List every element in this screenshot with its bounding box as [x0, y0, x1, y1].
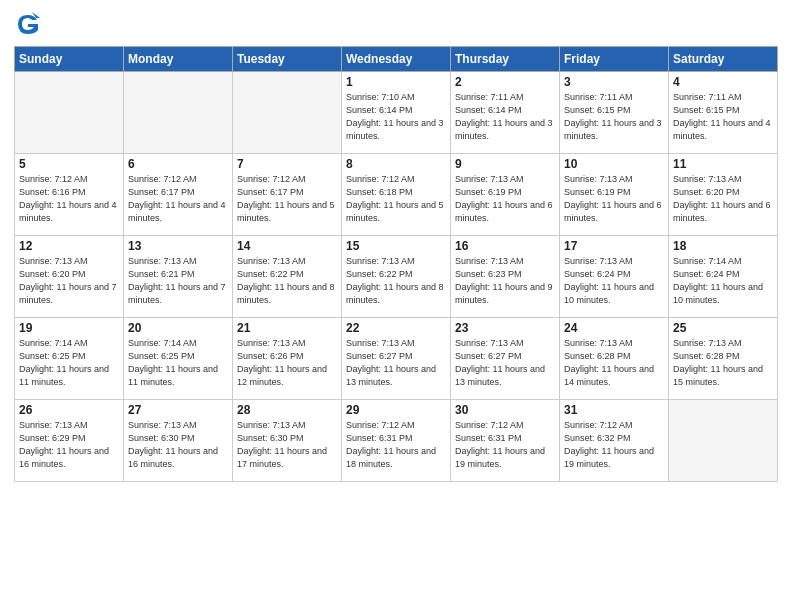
calendar-cell: 5Sunrise: 7:12 AM Sunset: 6:16 PM Daylig… — [15, 154, 124, 236]
calendar-cell: 10Sunrise: 7:13 AM Sunset: 6:19 PM Dayli… — [560, 154, 669, 236]
day-number: 14 — [237, 239, 337, 253]
day-number: 8 — [346, 157, 446, 171]
day-number: 1 — [346, 75, 446, 89]
calendar-cell — [669, 400, 778, 482]
day-info: Sunrise: 7:13 AM Sunset: 6:24 PM Dayligh… — [564, 255, 664, 307]
day-info: Sunrise: 7:14 AM Sunset: 6:25 PM Dayligh… — [19, 337, 119, 389]
day-number: 25 — [673, 321, 773, 335]
calendar-cell: 8Sunrise: 7:12 AM Sunset: 6:18 PM Daylig… — [342, 154, 451, 236]
calendar-cell: 7Sunrise: 7:12 AM Sunset: 6:17 PM Daylig… — [233, 154, 342, 236]
day-info: Sunrise: 7:11 AM Sunset: 6:14 PM Dayligh… — [455, 91, 555, 143]
day-info: Sunrise: 7:12 AM Sunset: 6:31 PM Dayligh… — [455, 419, 555, 471]
day-info: Sunrise: 7:11 AM Sunset: 6:15 PM Dayligh… — [673, 91, 773, 143]
day-of-week-wednesday: Wednesday — [342, 47, 451, 72]
day-number: 21 — [237, 321, 337, 335]
calendar-cell — [124, 72, 233, 154]
calendar-cell: 29Sunrise: 7:12 AM Sunset: 6:31 PM Dayli… — [342, 400, 451, 482]
calendar-cell: 12Sunrise: 7:13 AM Sunset: 6:20 PM Dayli… — [15, 236, 124, 318]
calendar-cell: 26Sunrise: 7:13 AM Sunset: 6:29 PM Dayli… — [15, 400, 124, 482]
calendar-cell: 27Sunrise: 7:13 AM Sunset: 6:30 PM Dayli… — [124, 400, 233, 482]
calendar-cell: 13Sunrise: 7:13 AM Sunset: 6:21 PM Dayli… — [124, 236, 233, 318]
week-row-3: 19Sunrise: 7:14 AM Sunset: 6:25 PM Dayli… — [15, 318, 778, 400]
day-info: Sunrise: 7:12 AM Sunset: 6:17 PM Dayligh… — [237, 173, 337, 225]
calendar-cell: 30Sunrise: 7:12 AM Sunset: 6:31 PM Dayli… — [451, 400, 560, 482]
calendar-cell: 1Sunrise: 7:10 AM Sunset: 6:14 PM Daylig… — [342, 72, 451, 154]
calendar-cell: 31Sunrise: 7:12 AM Sunset: 6:32 PM Dayli… — [560, 400, 669, 482]
day-number: 11 — [673, 157, 773, 171]
day-of-week-sunday: Sunday — [15, 47, 124, 72]
day-info: Sunrise: 7:13 AM Sunset: 6:28 PM Dayligh… — [564, 337, 664, 389]
day-info: Sunrise: 7:11 AM Sunset: 6:15 PM Dayligh… — [564, 91, 664, 143]
day-number: 9 — [455, 157, 555, 171]
logo — [14, 10, 46, 38]
calendar-cell: 17Sunrise: 7:13 AM Sunset: 6:24 PM Dayli… — [560, 236, 669, 318]
day-number: 5 — [19, 157, 119, 171]
day-number: 24 — [564, 321, 664, 335]
calendar-cell: 2Sunrise: 7:11 AM Sunset: 6:14 PM Daylig… — [451, 72, 560, 154]
calendar-cell: 23Sunrise: 7:13 AM Sunset: 6:27 PM Dayli… — [451, 318, 560, 400]
calendar-cell: 21Sunrise: 7:13 AM Sunset: 6:26 PM Dayli… — [233, 318, 342, 400]
day-number: 28 — [237, 403, 337, 417]
day-info: Sunrise: 7:13 AM Sunset: 6:23 PM Dayligh… — [455, 255, 555, 307]
day-info: Sunrise: 7:13 AM Sunset: 6:29 PM Dayligh… — [19, 419, 119, 471]
day-info: Sunrise: 7:13 AM Sunset: 6:22 PM Dayligh… — [237, 255, 337, 307]
calendar-cell: 16Sunrise: 7:13 AM Sunset: 6:23 PM Dayli… — [451, 236, 560, 318]
day-info: Sunrise: 7:13 AM Sunset: 6:30 PM Dayligh… — [128, 419, 228, 471]
day-info: Sunrise: 7:13 AM Sunset: 6:27 PM Dayligh… — [346, 337, 446, 389]
day-number: 6 — [128, 157, 228, 171]
day-info: Sunrise: 7:13 AM Sunset: 6:30 PM Dayligh… — [237, 419, 337, 471]
day-number: 20 — [128, 321, 228, 335]
calendar-cell: 15Sunrise: 7:13 AM Sunset: 6:22 PM Dayli… — [342, 236, 451, 318]
day-info: Sunrise: 7:14 AM Sunset: 6:25 PM Dayligh… — [128, 337, 228, 389]
day-number: 3 — [564, 75, 664, 89]
day-of-week-thursday: Thursday — [451, 47, 560, 72]
calendar-header-row: SundayMondayTuesdayWednesdayThursdayFrid… — [15, 47, 778, 72]
logo-icon — [14, 10, 42, 38]
day-number: 26 — [19, 403, 119, 417]
day-info: Sunrise: 7:12 AM Sunset: 6:32 PM Dayligh… — [564, 419, 664, 471]
day-number: 22 — [346, 321, 446, 335]
calendar-cell — [15, 72, 124, 154]
day-of-week-monday: Monday — [124, 47, 233, 72]
calendar-cell: 3Sunrise: 7:11 AM Sunset: 6:15 PM Daylig… — [560, 72, 669, 154]
day-info: Sunrise: 7:12 AM Sunset: 6:31 PM Dayligh… — [346, 419, 446, 471]
day-number: 15 — [346, 239, 446, 253]
day-info: Sunrise: 7:13 AM Sunset: 6:26 PM Dayligh… — [237, 337, 337, 389]
day-info: Sunrise: 7:10 AM Sunset: 6:14 PM Dayligh… — [346, 91, 446, 143]
day-info: Sunrise: 7:13 AM Sunset: 6:19 PM Dayligh… — [455, 173, 555, 225]
day-info: Sunrise: 7:12 AM Sunset: 6:18 PM Dayligh… — [346, 173, 446, 225]
calendar-cell: 24Sunrise: 7:13 AM Sunset: 6:28 PM Dayli… — [560, 318, 669, 400]
calendar-cell: 6Sunrise: 7:12 AM Sunset: 6:17 PM Daylig… — [124, 154, 233, 236]
day-number: 31 — [564, 403, 664, 417]
week-row-0: 1Sunrise: 7:10 AM Sunset: 6:14 PM Daylig… — [15, 72, 778, 154]
day-number: 2 — [455, 75, 555, 89]
week-row-4: 26Sunrise: 7:13 AM Sunset: 6:29 PM Dayli… — [15, 400, 778, 482]
calendar-cell — [233, 72, 342, 154]
day-of-week-saturday: Saturday — [669, 47, 778, 72]
day-info: Sunrise: 7:13 AM Sunset: 6:20 PM Dayligh… — [673, 173, 773, 225]
calendar-cell: 25Sunrise: 7:13 AM Sunset: 6:28 PM Dayli… — [669, 318, 778, 400]
calendar-cell: 28Sunrise: 7:13 AM Sunset: 6:30 PM Dayli… — [233, 400, 342, 482]
week-row-2: 12Sunrise: 7:13 AM Sunset: 6:20 PM Dayli… — [15, 236, 778, 318]
week-row-1: 5Sunrise: 7:12 AM Sunset: 6:16 PM Daylig… — [15, 154, 778, 236]
day-number: 17 — [564, 239, 664, 253]
day-of-week-tuesday: Tuesday — [233, 47, 342, 72]
day-number: 16 — [455, 239, 555, 253]
day-number: 10 — [564, 157, 664, 171]
calendar-cell: 9Sunrise: 7:13 AM Sunset: 6:19 PM Daylig… — [451, 154, 560, 236]
day-number: 12 — [19, 239, 119, 253]
day-number: 19 — [19, 321, 119, 335]
day-info: Sunrise: 7:13 AM Sunset: 6:20 PM Dayligh… — [19, 255, 119, 307]
day-info: Sunrise: 7:13 AM Sunset: 6:27 PM Dayligh… — [455, 337, 555, 389]
header — [14, 10, 778, 38]
calendar-cell: 4Sunrise: 7:11 AM Sunset: 6:15 PM Daylig… — [669, 72, 778, 154]
day-number: 4 — [673, 75, 773, 89]
day-number: 27 — [128, 403, 228, 417]
day-info: Sunrise: 7:13 AM Sunset: 6:28 PM Dayligh… — [673, 337, 773, 389]
day-info: Sunrise: 7:12 AM Sunset: 6:16 PM Dayligh… — [19, 173, 119, 225]
day-number: 7 — [237, 157, 337, 171]
day-number: 30 — [455, 403, 555, 417]
day-info: Sunrise: 7:13 AM Sunset: 6:21 PM Dayligh… — [128, 255, 228, 307]
calendar-cell: 19Sunrise: 7:14 AM Sunset: 6:25 PM Dayli… — [15, 318, 124, 400]
day-info: Sunrise: 7:13 AM Sunset: 6:19 PM Dayligh… — [564, 173, 664, 225]
